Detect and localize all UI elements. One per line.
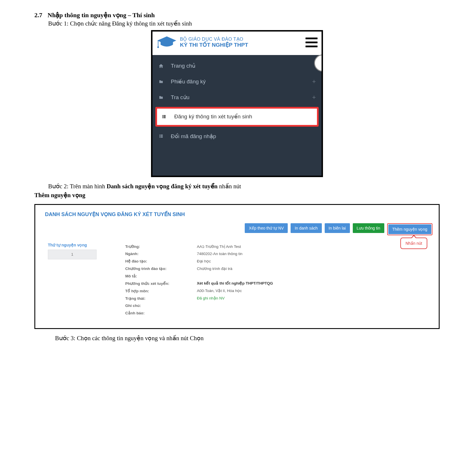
lbl-school: Trường: bbox=[125, 243, 191, 250]
nav-home-label: Trang chủ bbox=[171, 62, 195, 69]
section-title: Nhập thông tin nguyện vọng – Thí sinh bbox=[48, 11, 155, 19]
svg-rect-8 bbox=[163, 117, 166, 118]
lbl-program: Chương trình đào tạo: bbox=[125, 265, 191, 272]
nav-changepw[interactable]: Đổi mã đăng nhập bbox=[152, 128, 322, 144]
lbl-warn: Cảnh báo: bbox=[125, 309, 191, 317]
nav-form-label: Phiếu đăng ký bbox=[171, 78, 206, 85]
sort-button[interactable]: Xếp theo thứ tự NV bbox=[245, 223, 288, 233]
val-method: Xét kết quả thi tốt nghiệp THPT/THPTQG bbox=[197, 279, 432, 287]
val-system: Đại học bbox=[197, 257, 432, 265]
val-school: AA1-Trường Thị Anh Test bbox=[197, 243, 432, 250]
svg-rect-5 bbox=[162, 116, 163, 117]
folder-icon bbox=[158, 95, 167, 100]
callout-label: Nhấn nút bbox=[400, 238, 427, 249]
svg-rect-6 bbox=[163, 116, 166, 117]
folder-icon bbox=[158, 79, 167, 84]
brand-line1: BỘ GIÁO DỤC VÀ ĐÀO TẠO bbox=[180, 37, 248, 42]
lbl-desc: Mô tả: bbox=[125, 272, 191, 280]
nav-register-label: Đăng ký thông tin xét tuyển sinh bbox=[174, 113, 252, 121]
nav-changepw-label: Đổi mã đăng nhập bbox=[171, 133, 216, 140]
svg-point-2 bbox=[157, 46, 159, 48]
logo-icon bbox=[156, 35, 177, 50]
step2-bold2: Thêm nguyện vọng bbox=[34, 192, 85, 199]
order-label: Thứ tự nguyện vọng bbox=[48, 243, 120, 247]
screenshot-list: DANH SÁCH NGUYỆN VỌNG ĐĂNG KÝ XÉT TUYỂN … bbox=[34, 204, 440, 329]
svg-rect-9 bbox=[159, 135, 160, 136]
lbl-system: Hệ đào tạo: bbox=[125, 257, 191, 265]
svg-rect-12 bbox=[160, 136, 163, 137]
step2-text: Bước 2: Trên màn hình Danh sách nguyện v… bbox=[48, 183, 440, 190]
panel-title: DANH SÁCH NGUYỆN VỌNG ĐĂNG KÝ XÉT TUYỂN … bbox=[45, 211, 432, 218]
add-wish-button[interactable]: Thêm nguyện vọng bbox=[388, 224, 431, 234]
expand-icon: + bbox=[312, 94, 316, 101]
val-note bbox=[197, 302, 432, 309]
svg-rect-10 bbox=[160, 135, 163, 136]
print-receipt-button[interactable]: In biên lai bbox=[325, 223, 350, 233]
step3-text: Bước 3: Chọn các thông tin nguyện vọng v… bbox=[55, 335, 440, 342]
lbl-method: Phương thức xét tuyển: bbox=[125, 280, 191, 287]
brand-text: BỘ GIÁO DỤC VÀ ĐÀO TẠO KỲ THI TỐT NGHIỆP… bbox=[180, 37, 248, 48]
nav-lookup-label: Tra cứu bbox=[171, 94, 189, 101]
nav-home[interactable]: Trang chủ bbox=[152, 58, 322, 74]
step2-bold1: Danh sách nguyện vọng đăng ký xét tuyển bbox=[107, 183, 218, 190]
step2-mid: nhấn nút bbox=[218, 183, 241, 190]
nav-register-active[interactable]: Đăng ký thông tin xét tuyển sinh bbox=[155, 107, 319, 127]
val-program: Chương trình đại trà bbox=[197, 265, 432, 272]
screenshot-nav: BỘ GIÁO DỤC VÀ ĐÀO TẠO KỲ THI TỐT NGHIỆP… bbox=[151, 30, 323, 177]
svg-rect-11 bbox=[159, 136, 160, 137]
menu-icon[interactable] bbox=[305, 38, 318, 47]
val-desc bbox=[197, 272, 432, 279]
svg-rect-14 bbox=[160, 137, 163, 138]
lbl-note: Ghi chú: bbox=[125, 302, 191, 309]
list-icon bbox=[158, 134, 167, 138]
val-combo: A00-Toán, Vật lí, Hóa học bbox=[197, 287, 432, 294]
svg-rect-13 bbox=[159, 137, 160, 138]
print-list-button[interactable]: In danh sách bbox=[291, 223, 322, 233]
val-status: Đã ghi nhận NV bbox=[197, 294, 432, 302]
home-icon bbox=[158, 63, 167, 68]
svg-rect-3 bbox=[162, 115, 163, 116]
list-icon bbox=[161, 114, 170, 119]
val-major: 7480202-An toàn thông tin bbox=[197, 250, 432, 257]
step1-text: Bước 1: Chọn chức năng Đăng ký thông tin… bbox=[48, 20, 440, 27]
lbl-major: Ngành: bbox=[125, 250, 191, 257]
save-button[interactable]: Lưu thông tin bbox=[353, 223, 384, 233]
step2-text-line2: Thêm nguyện vọng bbox=[34, 192, 440, 199]
nav-lookup[interactable]: Tra cứu + bbox=[152, 89, 322, 105]
val-warn bbox=[197, 309, 432, 316]
svg-rect-4 bbox=[163, 115, 166, 116]
brand-line2: KỲ THI TỐT NGHIỆP THPT bbox=[180, 42, 248, 48]
nav-form[interactable]: Phiếu đăng ký + bbox=[152, 74, 322, 89]
add-button-highlight: Thêm nguyện vọng Nhấn nút bbox=[387, 223, 432, 235]
svg-rect-7 bbox=[162, 117, 163, 118]
section-heading: 2.7Nhập thông tin nguyện vọng – Thí sinh bbox=[34, 11, 440, 19]
lbl-status: Trạng thái: bbox=[125, 295, 191, 302]
order-input[interactable]: 1 bbox=[48, 250, 97, 259]
lbl-combo: Tổ hợp môn: bbox=[125, 287, 191, 295]
expand-icon: + bbox=[312, 79, 316, 85]
step2-prefix: Bước 2: Trên màn hình bbox=[48, 183, 107, 190]
section-number: 2.7 bbox=[34, 11, 48, 19]
